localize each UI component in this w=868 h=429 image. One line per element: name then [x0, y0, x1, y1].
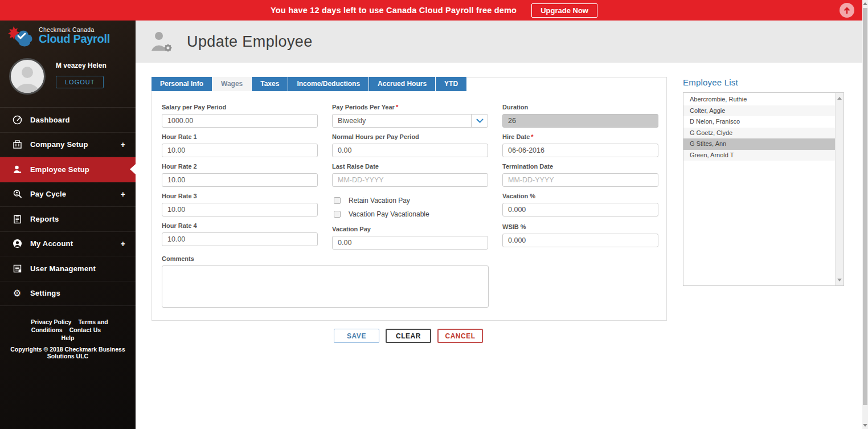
tab-ytd[interactable]: YTD — [436, 77, 467, 91]
sidebar-item-reports[interactable]: Reports — [0, 207, 136, 232]
tab-personal-info[interactable]: Personal Info — [152, 77, 212, 91]
logout-button[interactable]: LOGOUT — [56, 76, 104, 88]
sidebar-item-label: Reports — [30, 215, 59, 223]
pay-periods-value: Biweekly — [338, 117, 366, 125]
sidebar-item-label: Dashboard — [30, 116, 70, 124]
tab-wages[interactable]: Wages — [212, 77, 252, 91]
user-block: M veazey Helen LOGOUT — [0, 51, 136, 107]
pay-periods-select[interactable]: Biweekly — [332, 114, 488, 128]
form-tabs: Personal Info Wages Taxes Income/Deducti… — [152, 77, 467, 91]
vacation-pct-label: Vacation % — [502, 193, 658, 199]
duration-input — [502, 114, 658, 128]
employee-gear-icon — [149, 29, 174, 54]
hour-rate-2-label: Hour Rate 2 — [162, 163, 318, 170]
hour-rate-4-label: Hour Rate 4 — [162, 222, 318, 229]
up-arrow-icon — [843, 6, 851, 14]
termination-date-label: Termination Date — [502, 163, 658, 170]
termination-date-input[interactable] — [502, 173, 658, 187]
contact-us-link[interactable]: Contact Us — [69, 326, 101, 333]
employee-list-panel: Employee List Abercrombie, Ruthie Colter… — [683, 77, 844, 286]
tab-accrued-hours[interactable]: Accrued Hours — [369, 77, 436, 91]
brand-logo[interactable]: Checkmark Canada Cloud Payroll — [0, 21, 136, 51]
scroll-to-top-button[interactable] — [840, 3, 854, 18]
privacy-policy-link[interactable]: Privacy Policy — [31, 318, 71, 325]
normal-hours-input[interactable] — [332, 144, 488, 157]
employee-listbox: Abercrombie, Ruthie Colter, Aggie D Nelo… — [683, 92, 844, 286]
hour-rate-4-input[interactable] — [162, 232, 318, 246]
employee-list-item[interactable]: Colter, Aggie — [683, 105, 836, 117]
main-content: Update Employee Personal Info Wages Taxe… — [136, 21, 862, 429]
hire-date-label: Hire Date — [502, 133, 530, 140]
sidebar-item-settings[interactable]: ⚙ Settings — [0, 281, 136, 307]
retain-vacation-label: Retain Vacation Pay — [349, 197, 410, 205]
scroll-down-arrow-icon[interactable] — [837, 279, 842, 281]
employee-list-item[interactable]: Abercrombie, Ruthie — [683, 94, 836, 105]
employee-list-item[interactable]: G Goetz, Clyde — [683, 128, 836, 139]
last-raise-input[interactable] — [332, 173, 488, 187]
sidebar-item-label: User Management — [30, 264, 96, 273]
page-scrollbar-thumb[interactable] — [863, 8, 867, 405]
brand-line2: Cloud Payroll — [39, 33, 110, 45]
expand-plus: + — [121, 190, 125, 199]
form-actions: SAVE CLEAR CANCEL — [334, 329, 483, 343]
help-link[interactable]: Help — [62, 334, 75, 341]
user-name: M veazey Helen — [56, 62, 107, 70]
salary-input[interactable] — [162, 114, 318, 128]
employee-list-item[interactable]: D Nelon, Franisco — [683, 116, 836, 128]
page-scroll-up-icon[interactable] — [863, 2, 867, 5]
page-scrollbar[interactable] — [862, 0, 868, 429]
sidebar-item-my-account[interactable]: My Account + — [0, 232, 136, 257]
sidebar-item-pay-cycle[interactable]: Pay Cycle + — [0, 182, 136, 207]
employee-icon — [11, 165, 23, 174]
vacation-vacationable-checkbox[interactable] — [334, 211, 341, 218]
retain-vacation-checkbox[interactable] — [334, 197, 341, 204]
last-raise-label: Last Raise Date — [332, 163, 488, 170]
save-button[interactable]: SAVE — [334, 329, 379, 343]
sidebar-item-dashboard[interactable]: Dashboard — [0, 108, 136, 133]
sidebar-item-label: Company Setup — [30, 140, 88, 149]
employee-list-item[interactable]: Green, Arnold T — [683, 150, 836, 161]
wsib-pct-input[interactable] — [502, 234, 658, 247]
hour-rate-1-label: Hour Rate 1 — [162, 133, 318, 140]
tab-income-deductions[interactable]: Income/Deductions — [288, 77, 369, 91]
sidebar: Checkmark Canada Cloud Payroll M veazey … — [0, 21, 136, 429]
chevron-down-icon — [471, 115, 488, 127]
clear-button[interactable]: CLEAR — [386, 329, 431, 343]
account-icon — [11, 239, 23, 248]
hour-rate-3-label: Hour Rate 3 — [162, 193, 318, 199]
tab-taxes[interactable]: Taxes — [252, 77, 288, 91]
app-window: You have 12 days left to use Canada Clou… — [0, 0, 868, 429]
pay-cycle-icon — [11, 189, 23, 199]
required-marker: * — [396, 104, 398, 111]
scroll-up-arrow-icon[interactable] — [837, 97, 842, 100]
sidebar-item-label: Settings — [30, 289, 60, 297]
hire-date-input[interactable] — [502, 144, 658, 157]
reports-icon — [11, 214, 23, 224]
vacation-vacationable-label: Vacation Pay Vacationable — [349, 210, 429, 218]
settings-gear-icon: ⚙ — [11, 288, 23, 299]
sidebar-item-employee-setup[interactable]: Employee Setup — [0, 157, 136, 182]
sidebar-item-user-management[interactable]: User Management — [0, 256, 136, 281]
employee-list-scrollbar[interactable] — [835, 93, 844, 285]
employee-form-panel: Personal Info Wages Taxes Income/Deducti… — [152, 77, 667, 321]
page-scroll-down-icon[interactable] — [863, 424, 867, 427]
trial-banner: You have 12 days left to use Canada Clou… — [0, 0, 868, 21]
hour-rate-3-input[interactable] — [162, 203, 318, 216]
comments-textarea[interactable] — [162, 265, 489, 308]
cloud-payroll-logo-icon — [7, 25, 35, 47]
duration-label: Duration — [502, 104, 658, 111]
pay-periods-label: Pay Periods Per Year — [332, 104, 395, 111]
employee-list-item-selected[interactable]: G Stites, Ann — [683, 138, 836, 150]
employee-list-title: Employee List — [683, 77, 844, 87]
vacation-pay-input[interactable] — [332, 236, 488, 250]
vacation-pct-input[interactable] — [502, 203, 658, 216]
hour-rate-1-input[interactable] — [162, 144, 318, 157]
upgrade-now-button[interactable]: Upgrade Now — [531, 3, 597, 18]
sidebar-item-company-setup[interactable]: Company Setup + — [0, 133, 136, 158]
hour-rate-2-input[interactable] — [162, 173, 318, 187]
sidebar-menu: Dashboard Company Setup + Employee Setup — [0, 107, 136, 306]
cancel-button[interactable]: CANCEL — [437, 329, 483, 343]
dashboard-icon — [11, 115, 23, 125]
sidebar-item-label: My Account — [30, 239, 73, 248]
sidebar-item-label: Pay Cycle — [30, 190, 66, 198]
